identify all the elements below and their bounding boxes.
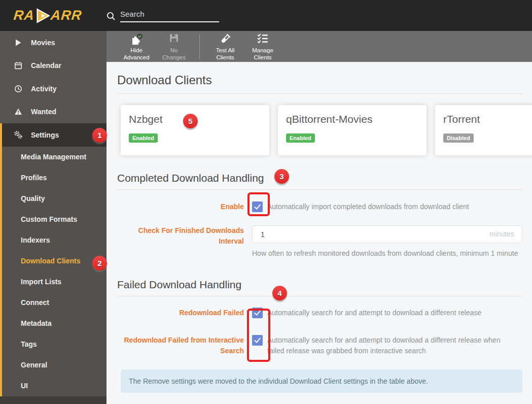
- status-badge: Enabled: [286, 133, 315, 143]
- sidebar-item-connect[interactable]: Connect: [2, 292, 107, 313]
- redownload-interactive-label: Redownload Failed from Interactive Searc…: [117, 335, 244, 356]
- sidebar-item-general[interactable]: General: [2, 355, 107, 376]
- play-emblem-icon: [35, 8, 50, 23]
- settings-group: Settings Media Management Profiles Quali…: [0, 123, 107, 396]
- enable-label: Enable: [117, 201, 244, 212]
- redownload-failed-label: Redownload Failed: [117, 308, 244, 318]
- top-bar: RA ARR: [0, 0, 532, 31]
- client-name: rTorrent: [443, 113, 532, 125]
- test-all-clients-button[interactable]: Test All Clients: [206, 31, 244, 61]
- page-title: Download Clients: [117, 73, 522, 94]
- clock-icon: [14, 85, 22, 93]
- radarr-logo[interactable]: RA ARR: [0, 8, 107, 23]
- redownload-failed-help-text: Automatically search for and attempt to …: [267, 308, 481, 318]
- enable-help-text: Automatically import completed downloads…: [267, 201, 469, 212]
- sidebar-item-import-lists[interactable]: Import Lists: [2, 272, 107, 292]
- sidebar-item-wanted[interactable]: Wanted: [0, 100, 107, 124]
- sidebar-item-label: Settings: [31, 131, 59, 139]
- toolbar-button-label: Clients: [254, 54, 271, 61]
- save-changes-button[interactable]: No Changes: [155, 31, 193, 61]
- sub-item-label: UI: [21, 382, 28, 390]
- sidebar-item-calendar[interactable]: Calendar: [0, 54, 107, 78]
- interval-input[interactable]: [252, 225, 522, 243]
- search-input[interactable]: [120, 9, 219, 22]
- sub-item-label: Import Lists: [21, 278, 61, 286]
- interval-row: Check For Finished Downloads Interval mi…: [117, 225, 522, 259]
- toolbar-button-label: Hide: [130, 47, 143, 54]
- interval-help-text: How often to refresh monitored downloads…: [252, 248, 522, 259]
- sidebar-item-media-management[interactable]: Media Management: [2, 147, 107, 167]
- sidebar-item-indexers[interactable]: Indexers: [2, 230, 107, 251]
- redownload-interactive-row: Redownload Failed from Interactive Searc…: [117, 335, 522, 356]
- toolbar-button-label: Test All: [216, 47, 234, 54]
- sidebar-item-tags[interactable]: Tags: [2, 334, 107, 355]
- sidebar-item-custom-formats[interactable]: Custom Formats: [2, 209, 107, 230]
- redownload-interactive-checkbox[interactable]: [252, 335, 263, 346]
- save-icon: [169, 33, 179, 46]
- client-name: Nzbget: [129, 113, 261, 125]
- sidebar-item-label: Movies: [31, 39, 55, 47]
- toolbar-divider: [199, 35, 200, 59]
- sidebar: Movies Calendar Activity Wanted: [0, 31, 107, 404]
- sidebar-item-label: Calendar: [31, 61, 61, 70]
- sub-item-label: Indexers: [21, 236, 50, 244]
- client-name: qBittorrent-Movies: [286, 113, 418, 125]
- sidebar-item-download-clients[interactable]: Download Clients: [2, 251, 107, 272]
- status-badge: Disabled: [443, 133, 474, 143]
- status-badge: Enabled: [129, 133, 158, 143]
- client-card-rtorrent[interactable]: rTorrent Disabled: [435, 105, 532, 155]
- redownload-failed-checkbox[interactable]: [252, 308, 263, 318]
- test-tube-icon: [219, 33, 231, 46]
- info-note: The Remove settings were moved to the in…: [121, 369, 522, 393]
- warning-icon: [14, 108, 22, 116]
- checklist-icon: [257, 33, 269, 46]
- manage-clients-button[interactable]: Manage Clients: [244, 31, 281, 61]
- play-icon: [14, 39, 22, 47]
- enable-row: Enable Automatically import completed do…: [117, 201, 522, 212]
- sub-item-label: Quality: [21, 194, 45, 203]
- sub-item-label: Media Management: [21, 153, 86, 161]
- sidebar-item-settings[interactable]: Settings: [2, 123, 107, 147]
- sub-item-label: Custom Formats: [21, 215, 77, 223]
- interval-unit: minutes: [489, 230, 514, 238]
- search-icon: [107, 12, 116, 21]
- sidebar-item-label: Activity: [31, 85, 57, 93]
- enable-checkbox[interactable]: [252, 201, 263, 212]
- interval-label: Check For Finished Downloads Interval: [117, 225, 244, 259]
- hide-advanced-button[interactable]: Hide Advanced: [118, 31, 155, 61]
- sidebar-item-quality[interactable]: Quality: [2, 188, 107, 209]
- calendar-icon: [14, 61, 22, 70]
- toolbar-button-label: Clients: [216, 54, 234, 61]
- sidebar-item-activity[interactable]: Activity: [0, 77, 107, 100]
- sub-item-label: Download Clients: [21, 257, 80, 265]
- failed-download-handling-heading: Failed Download Handling: [117, 278, 522, 296]
- download-client-cards: Nzbget Enabled qBittorrent-Movies Enable…: [121, 105, 522, 155]
- toolbar-button-label: Manage: [252, 47, 273, 54]
- sub-item-label: General: [21, 361, 47, 369]
- redownload-failed-row: Redownload Failed Automatically search f…: [117, 308, 522, 318]
- sidebar-item-label: Wanted: [31, 108, 56, 116]
- settings-content: Download Clients Nzbget Enabled qBittorr…: [107, 62, 532, 404]
- toolbar-button-label: Changes: [162, 54, 186, 61]
- page-toolbar: Hide Advanced No Changes Test All Client…: [107, 31, 532, 62]
- sub-item-label: Metadata: [21, 319, 52, 327]
- sidebar-item-metadata[interactable]: Metadata: [2, 313, 107, 334]
- sidebar-item-profiles[interactable]: Profiles: [2, 167, 107, 188]
- redownload-interactive-help-text: Automatically search for and attempt to …: [267, 335, 508, 356]
- sub-item-label: Tags: [21, 340, 37, 348]
- client-card-nzbget[interactable]: Nzbget Enabled: [121, 105, 269, 155]
- sub-item-label: Connect: [21, 298, 49, 307]
- gears-icon: [14, 130, 22, 139]
- sidebar-item-movies[interactable]: Movies: [0, 31, 107, 54]
- puzzle-check-icon: [130, 33, 144, 46]
- completed-download-handling-heading: Completed Download Handling: [117, 172, 522, 190]
- logo-text-left: RA: [13, 9, 36, 22]
- logo-text-right: ARR: [50, 9, 83, 22]
- search-bar: [107, 9, 219, 22]
- toolbar-button-label: No: [170, 47, 178, 54]
- client-card-qbittorrent-movies[interactable]: qBittorrent-Movies Enabled: [278, 105, 427, 155]
- sidebar-item-ui[interactable]: UI: [2, 376, 107, 396]
- sidebar-menu: Movies Calendar Activity Wanted: [0, 31, 107, 396]
- sub-item-label: Profiles: [21, 174, 47, 182]
- toolbar-button-label: Advanced: [123, 54, 149, 61]
